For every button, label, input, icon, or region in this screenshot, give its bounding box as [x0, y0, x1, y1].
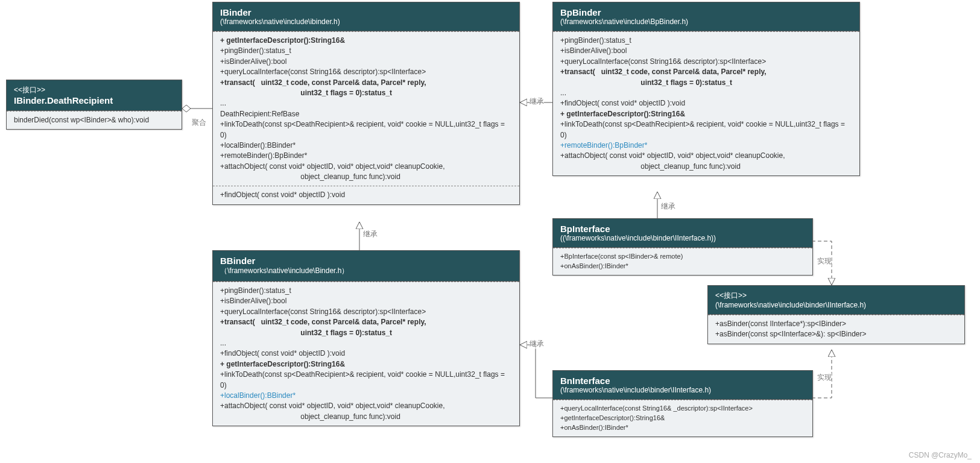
member: uint32_t flags = 0):status_t: [220, 328, 512, 338]
member: +queryLocalInterface(const String16& des…: [220, 67, 512, 77]
compartment: +queryLocalInterface(const String16& _de…: [553, 400, 812, 436]
member: binderDied(const wp<IBinder>& who):void: [14, 115, 174, 125]
class-title: BpInterface: [560, 224, 805, 234]
rel-label-aggregation: 聚合: [192, 118, 206, 128]
rel-label-inherit: 继承: [530, 339, 544, 349]
stereotype: <<接口>>: [14, 85, 174, 95]
member: +localBinder():BBinder*: [220, 391, 512, 401]
class-sub: (\frameworks\native\include\ibinder.h): [220, 17, 512, 26]
member: +pingBinder():status_t: [220, 46, 512, 56]
member: +BpInterface(const sp<IBinder>& remote): [560, 252, 805, 262]
member: +getInterfaceDescriptor():String16&: [560, 414, 805, 423]
class-sub: (\frameworks\native\include\binder\IInte…: [715, 301, 957, 309]
rel-label-inherit: 继承: [363, 229, 378, 239]
compartment: +pingBinder():status_t+isBinderAlive():b…: [553, 31, 859, 175]
member: +asBinder(const IInterface*):sp<IBinder>: [715, 319, 957, 329]
member: +transact( uint32_t code, const Parcel& …: [220, 317, 512, 327]
stereotype: <<接口>>: [715, 291, 957, 301]
class-header: IBinder (\frameworks\native\include\ibin…: [213, 2, 519, 31]
rel-label-realize: 实现: [817, 256, 832, 266]
member: +isBinderAlive():bool: [220, 296, 512, 306]
member: +queryLocalInterface(const String16& _de…: [560, 404, 805, 414]
compartment: +asBinder(const IInterface*):sp<IBinder>…: [708, 315, 964, 344]
member: uint32_t flags = 0):status_t: [220, 88, 512, 98]
class-ibinder: IBinder (\frameworks\native\include\ibin…: [212, 2, 520, 205]
class-header: BpBinder (\frameworks\native\include\BpB…: [553, 2, 859, 31]
class-title: IBinder.DeathRecipient: [14, 95, 174, 106]
member: +pingBinder():status_t: [220, 286, 512, 296]
member: object_cleanup_func func):void: [220, 172, 512, 182]
diagram-canvas: { "watermark": "CSDN @CrazyMo_", "labels…: [0, 0, 980, 463]
compartment: +findObject( const void* objectID ):void: [213, 186, 519, 204]
member: DeathRecipient:RefBase: [220, 109, 512, 119]
class-sub: （\frameworks\native\include\Binder.h）: [220, 266, 512, 276]
class-bpinterface: BpInterface ((\frameworks\native\include…: [552, 218, 813, 276]
rel-label-inherit: 继承: [530, 96, 544, 107]
class-sub: ((\frameworks\native\include\binder\IInt…: [560, 234, 805, 242]
member: + getInterfaceDescriptor():String16&: [220, 36, 512, 46]
member: +transact( uint32_t code, const Parcel& …: [560, 67, 852, 77]
member: +findObject( const void* objectID ):void: [220, 348, 512, 359]
member: +onAsBinder():IBinder*: [560, 262, 805, 271]
member: +findObject( const void* objectID ):void: [560, 98, 852, 109]
class-bninterface: BnInterface (\frameworks\native\include\…: [552, 370, 813, 437]
rel-label-inherit: 继承: [661, 201, 675, 212]
member: +remoteBinder():BpBinder*: [560, 140, 852, 151]
class-title: BnInterface: [560, 376, 805, 386]
class-header: BpInterface ((\frameworks\native\include…: [553, 219, 812, 248]
class-iinterface: <<接口>> (\frameworks\native\include\binde…: [707, 285, 965, 344]
member: ...: [560, 88, 852, 98]
member: +attachObject( const void* objectID, voi…: [220, 401, 512, 411]
member: +remoteBinder():BpBinder*: [220, 151, 512, 161]
watermark: CSDN @CrazyMo_: [909, 451, 972, 459]
class-title: BpBinder: [560, 7, 852, 17]
member: +isBinderAlive():bool: [220, 57, 512, 67]
member: +queryLocalInterface(const String16& des…: [220, 307, 512, 317]
rel-label-realize: 实现: [817, 373, 832, 383]
member: ...: [220, 98, 512, 109]
member: ...: [220, 338, 512, 348]
member: +localBinder():BBinder*: [220, 140, 512, 151]
member: +isBinderAlive():bool: [560, 46, 852, 56]
member: +attachObject( const void* objectID, voi…: [560, 151, 852, 161]
member: object_cleanup_func func):void: [220, 412, 512, 422]
class-header: BBinder （\frameworks\native\include\Bind…: [213, 251, 519, 282]
class-header: BnInterface (\frameworks\native\include\…: [553, 371, 812, 400]
compartment: binderDied(const wp<IBinder>& who):void: [7, 111, 182, 129]
member: + getInterfaceDescriptor():String16&: [560, 109, 852, 119]
member: +attachObject( const void* objectID, voi…: [220, 162, 512, 172]
member: + getInterfaceDescriptor():String16&: [220, 359, 512, 370]
member: +pingBinder():status_t: [560, 36, 852, 46]
member: uint32_t flags = 0):status_t: [560, 78, 852, 88]
class-title: IBinder: [220, 7, 512, 17]
member: +asBinder(const sp<IInterface>&): sp<IBi…: [715, 329, 957, 339]
class-sub: (\frameworks\native\include\binder\IInte…: [560, 386, 805, 394]
class-sub: (\frameworks\native\include\BpBinder.h): [560, 17, 852, 26]
member: +linkToDeath(const sp<DeathRecipient>& r…: [220, 119, 512, 140]
class-header: <<接口>> (\frameworks\native\include\binde…: [708, 286, 964, 315]
member: +queryLocalInterface(const String16& des…: [560, 57, 852, 67]
class-title: BBinder: [220, 256, 512, 266]
compartment: + getInterfaceDescriptor():String16&+pin…: [213, 31, 519, 186]
member: +onAsBinder():IBinder*: [560, 423, 805, 433]
member: +findObject( const void* objectID ):void: [220, 190, 512, 200]
class-header: <<接口>> IBinder.DeathRecipient: [7, 80, 182, 111]
compartment: +pingBinder():status_t+isBinderAlive():b…: [213, 282, 519, 426]
class-ibinder-deathrecipient: <<接口>> IBinder.DeathRecipient binderDied…: [6, 80, 182, 130]
member: +linkToDeath(const sp<DeathRecipient>& r…: [560, 119, 852, 140]
class-bpbinder: BpBinder (\frameworks\native\include\BpB…: [552, 2, 860, 176]
compartment: +BpInterface(const sp<IBinder>& remote)+…: [553, 248, 812, 275]
member: object_cleanup_func func):void: [560, 162, 852, 172]
member: +transact( uint32_t code, const Parcel& …: [220, 78, 512, 88]
class-bbinder: BBinder （\frameworks\native\include\Bind…: [212, 250, 520, 426]
member: +linkToDeath(const sp<DeathRecipient>& r…: [220, 370, 512, 391]
